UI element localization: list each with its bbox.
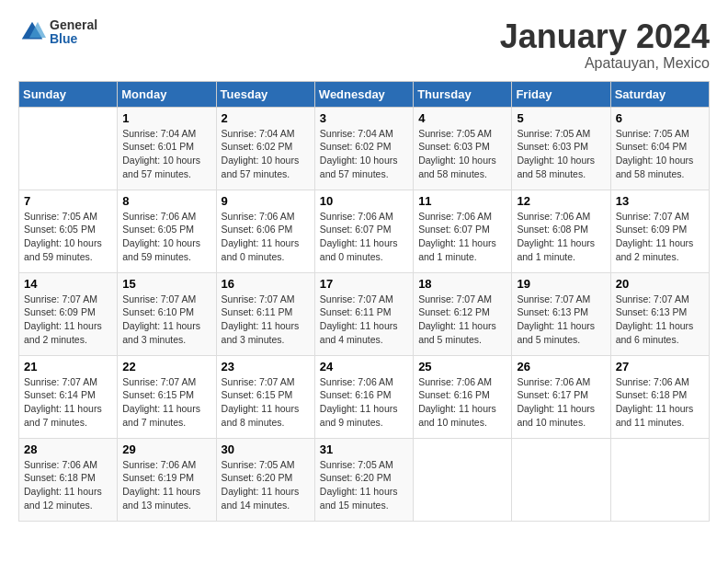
- calendar-cell: 23Sunrise: 7:07 AMSunset: 6:15 PMDayligh…: [216, 355, 314, 438]
- calendar-cell: 28Sunrise: 7:06 AMSunset: 6:18 PMDayligh…: [19, 438, 118, 521]
- col-monday: Monday: [118, 81, 216, 107]
- logo-blue-text: Blue: [50, 32, 97, 46]
- day-info: Sunrise: 7:07 AMSunset: 6:11 PMDaylight:…: [222, 293, 310, 347]
- header-row: Sunday Monday Tuesday Wednesday Thursday…: [19, 81, 710, 107]
- day-number: 5: [517, 111, 605, 125]
- day-number: 30: [222, 442, 310, 456]
- title-area: January 2024 Apatauyan, Mexico: [500, 18, 710, 72]
- calendar-cell: 4Sunrise: 7:05 AMSunset: 6:03 PMDaylight…: [414, 107, 512, 190]
- col-thursday: Thursday: [414, 81, 512, 107]
- calendar-cell: 17Sunrise: 7:07 AMSunset: 6:11 PMDayligh…: [314, 272, 413, 355]
- col-sunday: Sunday: [19, 81, 118, 107]
- day-info: Sunrise: 7:06 AMSunset: 6:07 PMDaylight:…: [418, 210, 506, 264]
- calendar-cell: 30Sunrise: 7:05 AMSunset: 6:20 PMDayligh…: [216, 438, 314, 521]
- calendar-cell: 25Sunrise: 7:06 AMSunset: 6:16 PMDayligh…: [414, 355, 512, 438]
- col-saturday: Saturday: [610, 81, 709, 107]
- location-subtitle: Apatauyan, Mexico: [500, 55, 710, 72]
- calendar-week-2: 7Sunrise: 7:05 AMSunset: 6:05 PMDaylight…: [19, 190, 710, 272]
- day-info: Sunrise: 7:07 AMSunset: 6:12 PMDaylight:…: [418, 293, 506, 347]
- calendar-cell: 29Sunrise: 7:06 AMSunset: 6:19 PMDayligh…: [118, 438, 216, 521]
- calendar-cell: 9Sunrise: 7:06 AMSunset: 6:06 PMDaylight…: [216, 190, 314, 272]
- day-number: 28: [24, 442, 112, 456]
- month-title: January 2024: [500, 18, 710, 55]
- calendar-cell: 20Sunrise: 7:07 AMSunset: 6:13 PMDayligh…: [610, 272, 709, 355]
- day-info: Sunrise: 7:07 AMSunset: 6:15 PMDaylight:…: [222, 375, 310, 430]
- calendar-table: Sunday Monday Tuesday Wednesday Thursday…: [18, 81, 710, 522]
- calendar-cell: 19Sunrise: 7:07 AMSunset: 6:13 PMDayligh…: [512, 272, 610, 355]
- day-info: Sunrise: 7:05 AMSunset: 6:20 PMDaylight:…: [320, 458, 408, 512]
- calendar-week-5: 28Sunrise: 7:06 AMSunset: 6:18 PMDayligh…: [19, 438, 710, 521]
- calendar-cell: 12Sunrise: 7:06 AMSunset: 6:08 PMDayligh…: [512, 190, 610, 272]
- day-number: 3: [320, 111, 408, 125]
- calendar-cell: [610, 438, 709, 521]
- calendar-cell: 3Sunrise: 7:04 AMSunset: 6:02 PMDaylight…: [314, 107, 413, 190]
- calendar-cell: 10Sunrise: 7:06 AMSunset: 6:07 PMDayligh…: [314, 190, 413, 272]
- day-info: Sunrise: 7:07 AMSunset: 6:15 PMDaylight:…: [122, 375, 210, 430]
- calendar-cell: 7Sunrise: 7:05 AMSunset: 6:05 PMDaylight…: [19, 190, 118, 272]
- day-number: 12: [517, 194, 605, 208]
- day-info: Sunrise: 7:05 AMSunset: 6:03 PMDaylight:…: [517, 127, 605, 181]
- day-info: Sunrise: 7:06 AMSunset: 6:19 PMDaylight:…: [122, 458, 210, 512]
- day-info: Sunrise: 7:05 AMSunset: 6:04 PMDaylight:…: [616, 127, 704, 181]
- day-number: 7: [24, 194, 112, 208]
- day-number: 31: [320, 442, 408, 456]
- calendar-cell: 13Sunrise: 7:07 AMSunset: 6:09 PMDayligh…: [610, 190, 709, 272]
- day-info: Sunrise: 7:06 AMSunset: 6:06 PMDaylight:…: [222, 210, 310, 264]
- day-info: Sunrise: 7:04 AMSunset: 6:02 PMDaylight:…: [222, 127, 310, 181]
- logo: General Blue: [18, 18, 97, 47]
- calendar-cell: 26Sunrise: 7:06 AMSunset: 6:17 PMDayligh…: [512, 355, 610, 438]
- day-number: 23: [222, 360, 310, 373]
- day-info: Sunrise: 7:07 AMSunset: 6:09 PMDaylight:…: [24, 293, 112, 347]
- day-number: 9: [222, 194, 310, 208]
- calendar-cell: 31Sunrise: 7:05 AMSunset: 6:20 PMDayligh…: [314, 438, 413, 521]
- calendar-cell: 2Sunrise: 7:04 AMSunset: 6:02 PMDaylight…: [216, 107, 314, 190]
- calendar-cell: [19, 107, 118, 190]
- day-number: 21: [24, 360, 112, 373]
- day-number: 16: [222, 277, 310, 291]
- day-info: Sunrise: 7:04 AMSunset: 6:02 PMDaylight:…: [320, 127, 408, 181]
- day-info: Sunrise: 7:06 AMSunset: 6:05 PMDaylight:…: [122, 210, 210, 264]
- day-info: Sunrise: 7:06 AMSunset: 6:16 PMDaylight:…: [320, 375, 408, 430]
- day-number: 27: [616, 360, 704, 373]
- calendar-cell: 8Sunrise: 7:06 AMSunset: 6:05 PMDaylight…: [118, 190, 216, 272]
- day-number: 14: [24, 277, 112, 291]
- day-number: 11: [418, 194, 506, 208]
- calendar-cell: 15Sunrise: 7:07 AMSunset: 6:10 PMDayligh…: [118, 272, 216, 355]
- day-info: Sunrise: 7:06 AMSunset: 6:08 PMDaylight:…: [517, 210, 605, 264]
- day-info: Sunrise: 7:05 AMSunset: 6:03 PMDaylight:…: [418, 127, 506, 181]
- day-info: Sunrise: 7:05 AMSunset: 6:05 PMDaylight:…: [24, 210, 112, 264]
- calendar-cell: 5Sunrise: 7:05 AMSunset: 6:03 PMDaylight…: [512, 107, 610, 190]
- day-number: 22: [122, 360, 210, 373]
- col-friday: Friday: [512, 81, 610, 107]
- calendar-body: 1Sunrise: 7:04 AMSunset: 6:01 PMDaylight…: [19, 107, 710, 521]
- calendar-cell: [512, 438, 610, 521]
- calendar-cell: 21Sunrise: 7:07 AMSunset: 6:14 PMDayligh…: [19, 355, 118, 438]
- day-number: 4: [418, 111, 506, 125]
- calendar-cell: 18Sunrise: 7:07 AMSunset: 6:12 PMDayligh…: [414, 272, 512, 355]
- calendar-cell: 6Sunrise: 7:05 AMSunset: 6:04 PMDaylight…: [610, 107, 709, 190]
- day-info: Sunrise: 7:07 AMSunset: 6:09 PMDaylight:…: [616, 210, 704, 264]
- day-info: Sunrise: 7:05 AMSunset: 6:20 PMDaylight:…: [222, 458, 310, 512]
- calendar-header: Sunday Monday Tuesday Wednesday Thursday…: [19, 81, 710, 107]
- calendar-cell: 11Sunrise: 7:06 AMSunset: 6:07 PMDayligh…: [414, 190, 512, 272]
- day-number: 6: [616, 111, 704, 125]
- calendar-cell: 24Sunrise: 7:06 AMSunset: 6:16 PMDayligh…: [314, 355, 413, 438]
- day-number: 13: [616, 194, 704, 208]
- logo-general-text: General: [50, 18, 97, 32]
- calendar-cell: 27Sunrise: 7:06 AMSunset: 6:18 PMDayligh…: [610, 355, 709, 438]
- day-number: 8: [122, 194, 210, 208]
- day-number: 1: [122, 111, 210, 125]
- day-info: Sunrise: 7:07 AMSunset: 6:13 PMDaylight:…: [517, 293, 605, 347]
- day-number: 15: [122, 277, 210, 291]
- col-tuesday: Tuesday: [216, 81, 314, 107]
- day-info: Sunrise: 7:06 AMSunset: 6:16 PMDaylight:…: [418, 375, 506, 430]
- page-header: General Blue January 2024 Apatauyan, Mex…: [18, 18, 710, 72]
- day-number: 10: [320, 194, 408, 208]
- day-number: 26: [517, 360, 605, 373]
- day-info: Sunrise: 7:06 AMSunset: 6:07 PMDaylight:…: [320, 210, 408, 264]
- day-number: 24: [320, 360, 408, 373]
- calendar-week-3: 14Sunrise: 7:07 AMSunset: 6:09 PMDayligh…: [19, 272, 710, 355]
- day-info: Sunrise: 7:07 AMSunset: 6:13 PMDaylight:…: [616, 293, 704, 347]
- col-wednesday: Wednesday: [314, 81, 413, 107]
- calendar-cell: [414, 438, 512, 521]
